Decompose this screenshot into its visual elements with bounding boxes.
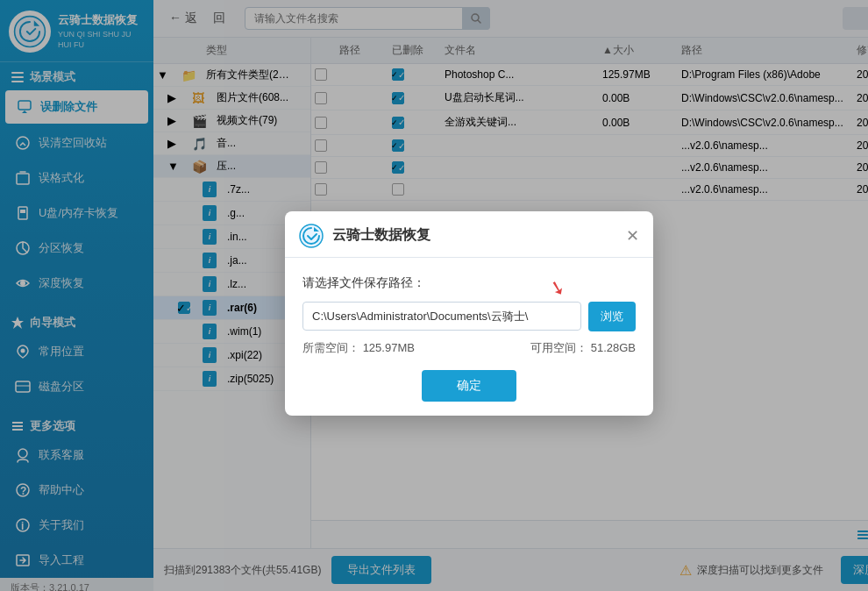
available-space-label: 可用空间： 51.28GB — [530, 340, 636, 356]
dialog-title: 云骑士数据恢复 — [332, 226, 626, 245]
path-input[interactable] — [302, 302, 581, 331]
confirm-button[interactable]: 确定 — [422, 370, 516, 402]
dialog-header: 云骑士数据恢复 ✕ — [285, 211, 653, 258]
dialog-close-button[interactable]: ✕ — [626, 226, 639, 246]
required-space-label: 所需空间： 125.97MB — [302, 340, 415, 356]
dialog-logo-icon — [299, 224, 324, 248]
browse-button[interactable]: 浏览 — [588, 302, 636, 331]
save-path-dialog: 云骑士数据恢复 ✕ 请选择文件保存路径： ➘ 浏览 所需空间： 125.97MB… — [285, 211, 653, 416]
dialog-path-area: ➘ 浏览 — [302, 302, 636, 331]
dialog-space-row: 所需空间： 125.97MB 可用空间： 51.28GB — [302, 340, 636, 356]
dialog-path-row: 浏览 — [302, 302, 636, 331]
dialog-body: 请选择文件保存路径： ➘ 浏览 所需空间： 125.97MB 可用空间： 51.… — [285, 258, 653, 416]
dialog-label: 请选择文件保存路径： — [302, 275, 636, 291]
dialog-overlay: 云骑士数据恢复 ✕ 请选择文件保存路径： ➘ 浏览 所需空间： 125.97MB… — [0, 0, 868, 591]
